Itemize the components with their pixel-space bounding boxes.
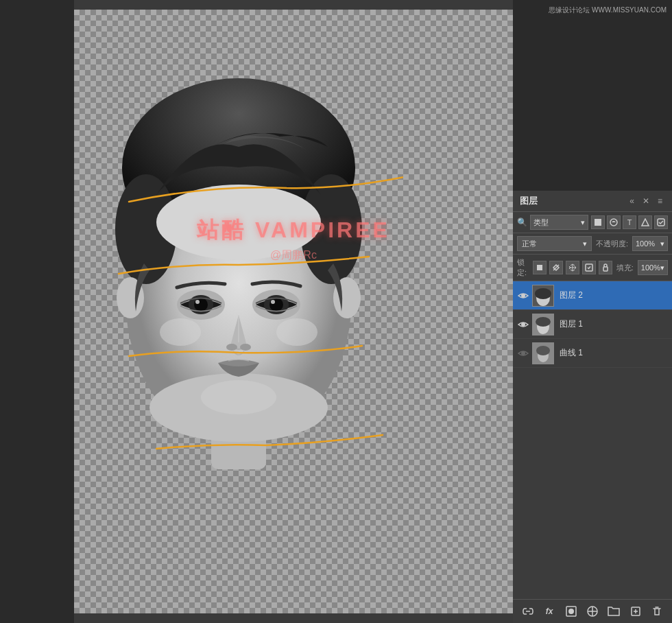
lock-artboard-btn[interactable] — [582, 261, 596, 274]
svg-rect-30 — [603, 267, 608, 271]
layer-item-curves[interactable]: 曲线 1 — [513, 339, 672, 368]
svg-point-39 — [521, 351, 525, 355]
filter-type-label: 类型 — [533, 218, 549, 228]
adjustment-layer-btn[interactable] — [585, 604, 600, 619]
canvas-background: 站酷 VAMPIREE @周鹏Rc — [74, 10, 513, 613]
layers-panel-header: 图层 « ✕ ≡ — [513, 191, 672, 212]
svg-point-15 — [271, 300, 275, 304]
svg-point-17 — [226, 344, 237, 351]
layer-2-visibility[interactable] — [517, 290, 529, 302]
svg-point-44 — [568, 609, 574, 614]
filter-pixel-btn[interactable] — [591, 215, 605, 229]
lock-all-btn[interactable] — [599, 261, 612, 274]
filter-text-btn[interactable]: T — [623, 215, 636, 229]
blend-dropdown-arrow: ▾ — [583, 239, 587, 248]
filter-shape-btn[interactable] — [638, 215, 652, 229]
layer-item-2[interactable]: 图层 2 — [513, 281, 672, 310]
lock-icons-group — [533, 261, 612, 274]
svg-point-19 — [201, 380, 276, 414]
filter-smart-btn[interactable] — [654, 215, 668, 229]
curves-name: 曲线 1 — [560, 347, 668, 359]
search-icon: 🔍 — [517, 218, 527, 227]
text-icon: T — [627, 218, 632, 226]
filter-adjustment-btn[interactable] — [607, 215, 621, 229]
opacity-arrow: ▾ — [660, 239, 664, 248]
filter-dropdown-arrow: ▾ — [581, 218, 585, 227]
layer-1-name: 图层 1 — [560, 318, 668, 330]
svg-marker-26 — [642, 219, 649, 226]
svg-point-18 — [240, 344, 251, 351]
blend-opacity-row: 正常 ▾ 不透明度: 100% ▾ — [513, 233, 672, 255]
curves-visibility[interactable] — [517, 347, 529, 360]
panel-top-area: 思缘设计论坛 WWW.MISSYUAN.COM — [513, 0, 672, 191]
lock-pixels-btn[interactable] — [533, 261, 547, 274]
layers-panel: 图层 « ✕ ≡ 🔍 类型 ▾ T — [513, 191, 672, 623]
fill-label: 填充: — [616, 263, 634, 273]
layer-2-thumbnail — [532, 285, 554, 307]
panel-close-btn[interactable]: ✕ — [640, 195, 652, 207]
delete-layer-btn[interactable] — [649, 604, 664, 619]
svg-point-35 — [521, 322, 525, 327]
opacity-input[interactable]: 100% ▾ — [632, 236, 668, 251]
layer-1-visibility[interactable] — [517, 318, 529, 331]
svg-point-21 — [276, 318, 317, 346]
svg-point-20 — [160, 318, 201, 346]
svg-point-38 — [536, 317, 551, 327]
curves-thumbnail — [532, 342, 554, 364]
layers-spacer — [513, 368, 672, 599]
opacity-value-text: 100% — [636, 239, 655, 248]
layer-item-1[interactable]: 图层 1 — [513, 310, 672, 339]
filter-icons-group: T — [591, 215, 668, 229]
layers-title: 图层 — [520, 195, 538, 207]
opacity-label: 不透明度: — [596, 239, 628, 249]
left-sidebar — [0, 0, 74, 623]
lock-gradient-btn[interactable] — [549, 261, 563, 274]
filter-row: 🔍 类型 ▾ T — [513, 212, 672, 233]
layers-bottom-toolbar: fx — [513, 599, 672, 623]
right-panel: 思缘设计论坛 WWW.MISSYUAN.COM 图层 « ✕ ≡ 🔍 类型 ▾ — [513, 0, 672, 623]
new-group-btn[interactable] — [606, 604, 621, 619]
link-layers-btn[interactable] — [520, 604, 536, 619]
face-portrait — [74, 10, 403, 490]
svg-point-14 — [269, 298, 283, 312]
svg-point-7 — [156, 185, 321, 260]
top-label: 思缘设计论坛 WWW.MISSYUAN.COM — [549, 5, 667, 15]
fx-btn[interactable]: fx — [542, 604, 557, 619]
svg-point-11 — [194, 298, 208, 312]
new-layer-btn[interactable] — [628, 604, 643, 619]
svg-point-31 — [521, 294, 525, 298]
panel-controls: « ✕ ≡ — [627, 195, 665, 207]
blend-mode-label: 正常 — [522, 239, 537, 249]
blend-mode-dropdown[interactable]: 正常 ▾ — [517, 236, 592, 251]
filter-type-dropdown[interactable]: 类型 ▾ — [530, 215, 588, 230]
svg-point-34 — [535, 288, 551, 299]
fx-icon: fx — [546, 607, 553, 616]
svg-point-12 — [195, 300, 200, 304]
fill-arrow: ▾ — [660, 263, 664, 272]
layer-2-name: 图层 2 — [560, 290, 668, 301]
fill-value-text: 100% — [641, 263, 660, 272]
add-mask-btn[interactable] — [564, 604, 579, 619]
fill-input[interactable]: 100% ▾ — [638, 260, 668, 275]
panel-menu-btn[interactable]: ≡ — [655, 195, 665, 207]
canvas-area: 站酷 VAMPIREE @周鹏Rc — [74, 0, 513, 623]
lock-row: 锁定: 填充: 100% — [513, 255, 672, 281]
lock-label: 锁定: — [517, 257, 529, 278]
layer-1-thumbnail — [532, 314, 554, 336]
panel-collapse-btn[interactable]: « — [627, 195, 637, 207]
svg-rect-28 — [537, 265, 542, 270]
svg-rect-24 — [595, 219, 601, 226]
svg-point-42 — [536, 346, 550, 355]
lock-move-btn[interactable] — [566, 261, 579, 274]
